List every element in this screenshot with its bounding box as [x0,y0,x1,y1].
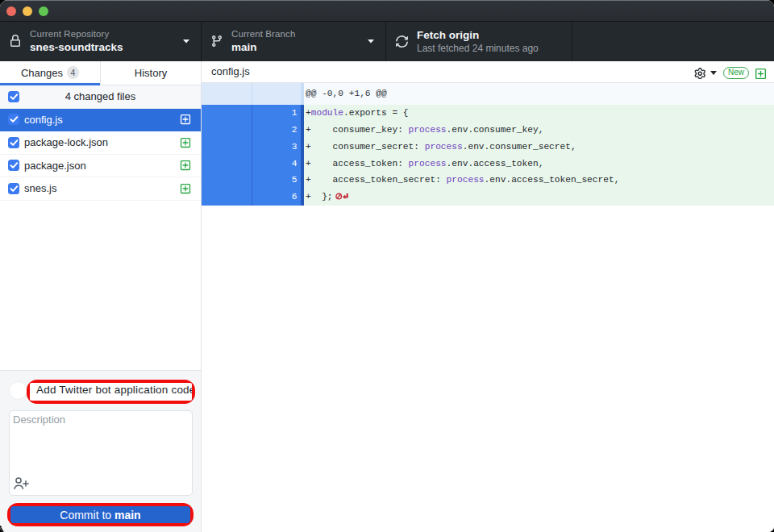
diff-line-5[interactable]: 5 + access_token_secret: process.env.acc… [202,172,774,189]
checkmark-icon [10,185,19,193]
hunk-header-text: @@ -0,0 +1,6 @@ [304,83,774,105]
current-branch-value: main [231,42,295,53]
github-desktop-window: Current Repository snes-soundtracks Curr… [0,0,774,532]
titlebar [0,0,774,22]
sidebar-tabs: Changes 4 History [0,61,201,86]
zoom-button[interactable] [39,6,48,16]
line-number: 4 [252,156,302,172]
tab-changes[interactable]: Changes 4 [0,61,101,85]
select-all-checkbox[interactable] [8,91,19,102]
toolbar-section-text: Fetch origin Last fetched 24 minutes ago [417,30,539,53]
code-segment: + }; [306,192,333,202]
main-content: Changes 4 History 4 changed files [0,61,774,532]
no-newline-icon [335,193,348,200]
diff-added-icon [755,68,767,80]
line-number: 3 [252,139,302,156]
file-checkbox[interactable] [8,114,19,125]
toolbar: Current Repository snes-soundtracks Curr… [0,22,774,61]
code-segment: .exports = { [343,108,409,118]
summary-annotation-ring: Add Twitter bot application code [27,380,195,404]
diff-header: config.js New [202,61,774,84]
code-keyword-segment: module [311,108,343,118]
lock-icon [9,35,22,48]
chevron-down-icon [710,71,717,75]
diff-line-1[interactable]: 1 +module.exports = { [202,105,774,122]
toolbar-section-text: Current Repository snes-soundtracks [30,30,123,52]
line-number: 2 [252,122,302,139]
file-checkbox[interactable] [8,137,19,148]
fetch-origin-detail: Last fetched 24 minutes ago [417,44,539,53]
line-number: 6 [252,189,302,206]
code-segment: .env.access_token, [447,159,544,168]
file-checkbox[interactable] [8,183,19,194]
code-keyword-segment: process [409,159,447,168]
hunk-header-row[interactable]: @@ -0,0 +1,6 @@ [202,83,774,105]
current-repository-label: Current Repository [30,30,123,39]
checkmark-icon [10,139,19,147]
commit-button-branch: main [114,509,141,522]
fetch-origin-button[interactable]: Fetch origin Last fetched 24 minutes ago [386,22,572,61]
diff-pane: config.js New @@ -0,0 +1,6 @@ [202,61,774,532]
tab-history[interactable]: History [101,61,201,85]
line-number: 1 [252,105,302,122]
file-row-package-lock-json[interactable]: package-lock.json [0,131,201,155]
changed-files-list: 4 changed files config.js package-loc [0,85,201,201]
diff-line-2[interactable]: 2 + consumer_key: process.env.consumer_k… [202,122,774,139]
commit-description-textarea[interactable]: Description [9,410,193,496]
file-added-icon [180,183,191,194]
changed-files-header: 4 changed files [0,85,201,109]
file-added-icon [180,114,191,125]
avatar [9,381,27,400]
changes-count-badge: 4 [67,66,79,79]
minimize-button[interactable] [23,6,32,16]
file-row-config-js[interactable]: config.js [0,109,201,132]
file-name: config.js [24,114,63,126]
file-added-icon [180,160,191,171]
add-coauthor-icon[interactable] [14,477,29,489]
file-checkbox[interactable] [8,160,19,171]
chevron-down-icon [183,39,189,44]
file-row-snes-js[interactable]: snes.js [0,177,201,201]
commit-summary-input[interactable]: Add Twitter bot application code [30,383,192,401]
code-segment: + [306,108,311,118]
tab-changes-label: Changes [21,67,63,79]
close-button[interactable] [6,6,16,16]
commit-button-label: Commit to [60,509,114,522]
code-segment: + access_token: [306,159,409,168]
diff-body: @@ -0,0 +1,6 @@ 1 +module.exports = { 2 … [202,83,774,206]
code-keyword-segment: process [409,125,447,135]
code-segment: .env.consumer_secret, [463,142,576,152]
description-placeholder: Description [13,414,65,426]
commit-annotation-ring: Commit to main [7,503,194,526]
code-segment: + consumer_secret: [306,142,425,152]
file-name: snes.js [24,182,56,194]
diff-line-4[interactable]: 4 + access_token: process.env.access_tok… [202,156,774,172]
new-file-badge: New [723,67,749,79]
diff-line-3[interactable]: 3 + consumer_secret: process.env.consume… [202,139,774,156]
fetch-origin-label: Fetch origin [417,30,539,41]
chevron-down-icon [368,39,374,44]
file-added-icon [180,137,191,148]
file-name: package-lock.json [24,136,108,148]
git-branch-icon [210,35,223,48]
toolbar-spacer [572,22,774,61]
code-segment: .env.access_token_secret, [485,175,620,185]
changed-files-count: 4 changed files [65,90,135,102]
commit-button[interactable]: Commit to main [10,506,190,523]
sidebar: Changes 4 History 4 changed files [0,61,202,532]
current-branch-button[interactable]: Current Branch main [202,22,386,61]
current-repository-button[interactable]: Current Repository snes-soundtracks [0,22,202,61]
checkmark-icon [10,161,19,169]
diff-line-6[interactable]: 6 + }; [202,189,774,206]
commit-panel: Add Twitter bot application code Descrip… [0,370,201,532]
code-segment: + access_token_secret: [306,175,447,185]
current-repository-value: snes-soundtracks [30,42,123,53]
current-branch-label: Current Branch [231,30,295,39]
code-segment: + consumer_key: [306,125,409,135]
diff-options-button[interactable] [694,68,717,80]
diff-file-name: config.js [211,65,694,77]
file-row-package-json[interactable]: package.json [0,155,201,178]
file-name: package.json [24,160,86,172]
code-segment: .env.consumer_key, [447,125,544,135]
checkmark-icon [10,93,19,101]
